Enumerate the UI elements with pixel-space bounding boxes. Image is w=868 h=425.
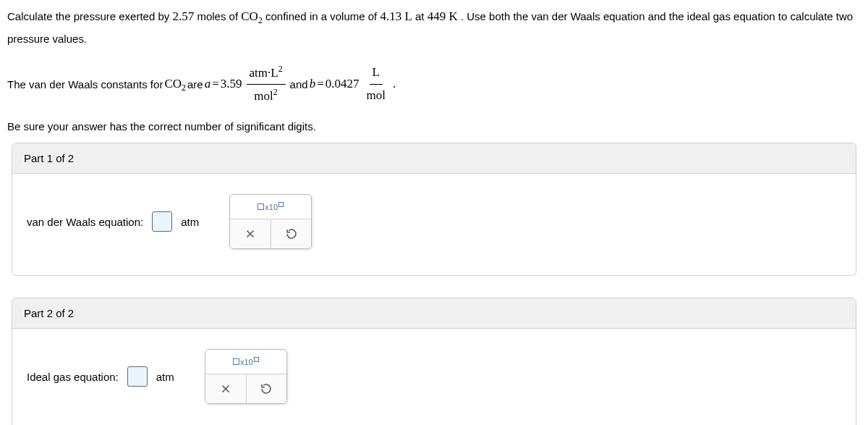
reset-button[interactable] — [246, 374, 286, 403]
text: are — [187, 75, 203, 94]
value-a: 3.59 — [221, 73, 242, 96]
constants-line: The van der Waals constants for CO2 are … — [7, 62, 861, 108]
placeholder-box-icon — [254, 357, 259, 362]
sci-text: x10 — [265, 203, 278, 211]
part-1-answer-input[interactable] — [152, 211, 172, 232]
part-2-unit: atm — [156, 371, 174, 383]
part-2-label: Ideal gas equation: — [27, 371, 119, 383]
text: confined in a volume of — [265, 10, 380, 22]
part-2-header: Part 2 of 2 — [12, 298, 856, 329]
part-1-container: Part 1 of 2 van der Waals equation: atm … — [12, 143, 856, 276]
clear-button[interactable] — [230, 219, 271, 248]
gas-formula: CO2 — [241, 9, 263, 23]
value-b: 0.0427 — [326, 73, 359, 96]
value-moles: 2.57 — [172, 9, 194, 23]
sig-digits-note: Be sure your answer has the correct numb… — [7, 120, 861, 132]
equals: = — [212, 73, 219, 96]
question-text: Calculate the pressure exerted by 2.57 m… — [7, 6, 861, 49]
period: . — [393, 73, 396, 96]
sci-notation-button[interactable]: x10 — [233, 357, 259, 366]
text: at — [415, 10, 427, 22]
part-2-answer-input[interactable] — [127, 366, 148, 387]
part-1-unit: atm — [181, 216, 199, 228]
undo-icon — [260, 382, 273, 395]
placeholder-box-icon — [233, 358, 239, 365]
part-1-header: Part 1 of 2 — [12, 143, 856, 174]
text: and — [290, 75, 308, 94]
sci-notation-button[interactable]: x10 — [258, 202, 284, 211]
text: The van der Waals constants for — [7, 75, 163, 94]
unit-fraction-a: atm·L2 mol2 — [247, 62, 286, 108]
value-temp: 449 K — [427, 9, 458, 23]
var-a: a — [205, 73, 211, 96]
placeholder-box-icon — [278, 202, 284, 207]
text: Calculate the pressure exerted by — [7, 10, 172, 22]
text: moles of — [197, 10, 241, 22]
part-2-container: Part 2 of 2 Ideal gas equation: atm x10 — [12, 298, 856, 425]
value-volume: 4.13 L — [380, 9, 412, 23]
part-1-label: van der Waals equation: — [27, 216, 143, 228]
reset-button[interactable] — [271, 219, 311, 248]
close-icon — [244, 227, 257, 240]
var-b: b — [310, 73, 316, 96]
clear-button[interactable] — [205, 374, 246, 403]
part-2-toolbar: x10 — [205, 349, 287, 404]
unit-fraction-b: L mol — [363, 62, 388, 106]
undo-icon — [285, 227, 298, 240]
sci-text: x10 — [240, 358, 253, 366]
close-icon — [219, 382, 232, 395]
gas-formula: CO2 — [164, 73, 186, 96]
part-1-toolbar: x10 — [229, 194, 312, 249]
placeholder-box-icon — [258, 203, 264, 210]
equals: = — [317, 73, 324, 96]
